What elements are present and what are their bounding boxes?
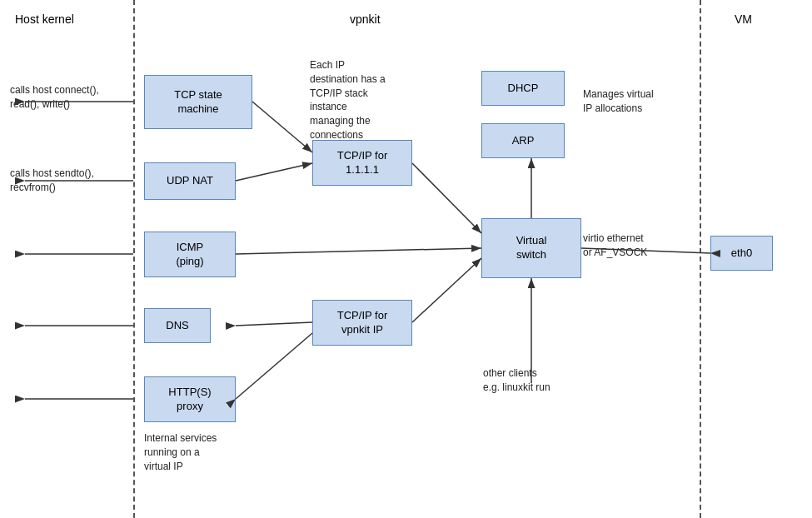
tcp-state-machine-box: TCP statemachine bbox=[144, 75, 252, 129]
svg-line-9 bbox=[236, 248, 481, 254]
vm-label: VM bbox=[735, 12, 752, 26]
manages-virtual-annotation: Manages virtualIP allocations bbox=[583, 87, 700, 116]
tcpip-1111-box: TCP/IP for1.1.1.1 bbox=[312, 140, 412, 186]
svg-line-11 bbox=[236, 333, 312, 399]
icmp-box: ICMP(ping) bbox=[144, 232, 236, 277]
calls-sendto-annotation: calls host sendto(), recvfrom() bbox=[10, 167, 127, 195]
dashed-line-left bbox=[133, 0, 135, 518]
tcpip-vpnkit-box: TCP/IP forvpnkit IP bbox=[312, 300, 412, 346]
eth0-box: eth0 bbox=[710, 236, 773, 271]
http-proxy-box: HTTP(S)proxy bbox=[144, 376, 236, 422]
internal-services-annotation: Internal servicesrunning on avirtual IP bbox=[144, 431, 261, 473]
dashed-line-right bbox=[700, 0, 701, 518]
virtio-annotation: virtio ethernetor AF_VSOCK bbox=[583, 232, 700, 260]
host-kernel-label: Host kernel bbox=[15, 12, 74, 26]
other-clients-annotation: other clientse.g. linuxkit run bbox=[483, 366, 591, 395]
each-ip-annotation: Each IPdestination has aTCP/IP stackinst… bbox=[310, 58, 426, 142]
calls-connect-annotation: calls host connect(), read(), write() bbox=[10, 83, 118, 112]
svg-line-7 bbox=[236, 163, 312, 181]
arp-box: ARP bbox=[481, 123, 565, 158]
svg-line-8 bbox=[252, 102, 312, 152]
dhcp-box: DHCP bbox=[481, 71, 565, 106]
vpnkit-label: vpnkit bbox=[350, 12, 381, 26]
diagram-container: Host kernel vpnkit VM TCP statemachine U… bbox=[0, 0, 812, 518]
virtual-switch-box: Virtualswitch bbox=[481, 218, 581, 278]
dns-box: DNS bbox=[144, 308, 211, 343]
svg-line-10 bbox=[236, 322, 312, 326]
svg-line-12 bbox=[412, 163, 481, 233]
udp-nat-box: UDP NAT bbox=[144, 162, 236, 200]
svg-line-13 bbox=[412, 258, 481, 322]
